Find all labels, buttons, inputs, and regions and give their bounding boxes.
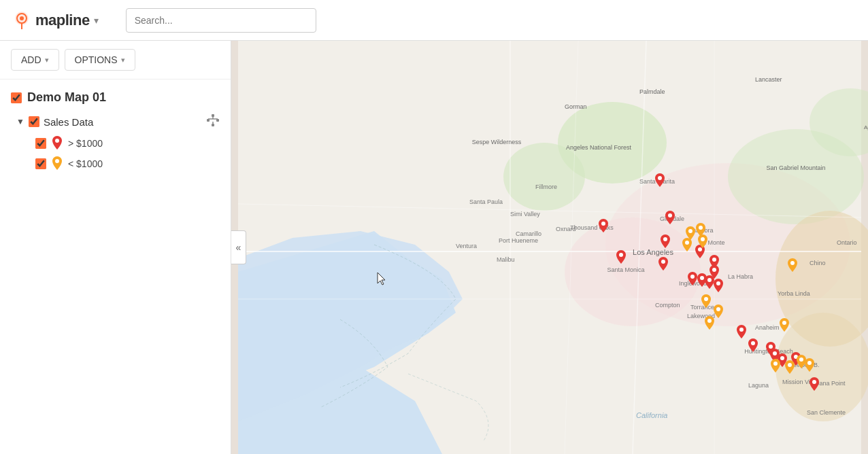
svg-point-95 — [699, 226, 703, 230]
collapse-sidebar-button[interactable]: « — [231, 230, 246, 264]
svg-point-77 — [601, 222, 605, 226]
svg-text:Ventura: Ventura — [456, 243, 477, 249]
svg-point-90 — [769, 345, 773, 349]
logo-dropdown-icon[interactable]: ▾ — [94, 15, 99, 26]
svg-point-2 — [20, 16, 24, 20]
map-container[interactable]: « — [231, 41, 868, 454]
svg-text:Gorman: Gorman — [565, 103, 587, 110]
sidebar-content: Demo Map 01 ▼ Sales Data — [0, 80, 231, 454]
pin-icon-yellow — [52, 156, 63, 171]
svg-text:Fillmore: Fillmore — [535, 184, 557, 190]
svg-point-88 — [739, 328, 744, 332]
layer-group: ▼ Sales Data — [16, 114, 220, 171]
svg-text:Torrance: Torrance — [690, 304, 714, 311]
svg-point-81 — [698, 247, 702, 251]
svg-text:Angeles National Forest: Angeles National Forest — [566, 144, 632, 151]
svg-point-87 — [690, 275, 695, 279]
legend-checkbox-gt1000[interactable] — [35, 138, 46, 149]
svg-rect-4 — [212, 114, 214, 117]
svg-point-96 — [688, 229, 692, 233]
svg-text:Santa Paula: Santa Paula — [469, 198, 503, 205]
sidebar-toolbar: ADD ▾ OPTIONS ▾ — [0, 41, 231, 80]
svg-text:Lancaster: Lancaster — [755, 76, 782, 83]
svg-point-105 — [773, 362, 778, 366]
layer-checkbox[interactable] — [29, 116, 39, 127]
add-caret: ▾ — [45, 56, 49, 65]
layer-header: ▼ Sales Data — [16, 114, 220, 129]
legend-item-gt1000: > $1000 — [35, 136, 220, 151]
legend-label-lt1000: < $1000 — [68, 158, 103, 169]
svg-point-82 — [712, 258, 716, 262]
svg-point-80 — [661, 260, 665, 264]
svg-point-92 — [780, 356, 784, 360]
svg-text:Los Angeles: Los Angeles — [633, 248, 673, 256]
svg-text:Malibu: Malibu — [497, 256, 515, 263]
sidebar: ADD ▾ OPTIONS ▾ Demo Map 01 ▼ Sales Data — [0, 41, 231, 454]
layer-expand-icon[interactable]: ▼ — [16, 117, 24, 126]
svg-text:Yorba Linda: Yorba Linda — [778, 290, 810, 297]
add-button[interactable]: ADD ▾ — [11, 49, 59, 71]
legend-items: > $1000 < $1000 — [35, 136, 220, 171]
svg-text:Chino: Chino — [809, 260, 826, 266]
svg-point-84 — [707, 278, 712, 282]
map-svg: Los Angeles Thousand Oaks Santa Clarita … — [231, 41, 868, 454]
hierarchy-icon[interactable] — [206, 114, 220, 129]
svg-text:San Clemente: San Clemente — [807, 409, 846, 416]
svg-point-107 — [799, 357, 803, 362]
collapse-icon: « — [236, 242, 241, 253]
options-caret: ▾ — [121, 56, 125, 65]
svg-point-108 — [807, 361, 812, 365]
svg-text:Apple Valley: Apple Valley — [864, 124, 868, 130]
svg-point-97 — [701, 237, 705, 241]
svg-text:Laguna: Laguna — [748, 382, 769, 389]
svg-text:Sespe Wilderness: Sespe Wilderness — [472, 139, 522, 145]
svg-point-104 — [782, 321, 786, 325]
legend-label-gt1000: > $1000 — [68, 138, 103, 149]
legend-item-lt1000: < $1000 — [35, 156, 220, 171]
logo-area: mapline ▾ — [11, 10, 99, 31]
svg-point-86 — [700, 276, 704, 280]
logo-text: mapline — [35, 12, 90, 29]
svg-text:Simi Valley: Simi Valley — [510, 211, 540, 217]
svg-text:Ontario: Ontario — [837, 239, 857, 246]
options-button[interactable]: OPTIONS ▾ — [65, 49, 135, 71]
svg-point-91 — [773, 351, 777, 355]
svg-point-98 — [685, 241, 689, 245]
main-layout: ADD ▾ OPTIONS ▾ Demo Map 01 ▼ Sales Data — [0, 41, 868, 454]
svg-text:Anaheim: Anaheim — [755, 324, 780, 331]
map-title: Demo Map 01 — [27, 90, 106, 105]
pin-icon-red — [52, 136, 63, 151]
svg-text:Port Hueneme: Port Hueneme — [499, 237, 538, 244]
svg-text:La Habra: La Habra — [728, 273, 753, 280]
map-checkbox[interactable] — [11, 92, 22, 103]
legend-checkbox-lt1000[interactable] — [35, 158, 46, 169]
svg-text:Dana Point: Dana Point — [815, 380, 846, 387]
svg-rect-7 — [212, 124, 214, 126]
svg-text:Oxnard: Oxnard — [556, 226, 576, 232]
svg-point-13 — [55, 159, 59, 163]
svg-text:Compton: Compton — [655, 302, 680, 309]
search-input[interactable] — [126, 8, 316, 33]
svg-point-102 — [716, 307, 720, 311]
svg-point-99 — [790, 261, 795, 265]
svg-point-94 — [812, 380, 816, 384]
header: mapline ▾ — [0, 0, 868, 41]
svg-text:Santa Monica: Santa Monica — [607, 266, 644, 273]
svg-point-101 — [707, 319, 712, 323]
svg-point-75 — [658, 176, 662, 180]
svg-point-89 — [751, 341, 755, 345]
svg-point-103 — [704, 297, 708, 301]
svg-point-106 — [788, 363, 792, 367]
svg-point-79 — [663, 237, 667, 241]
svg-point-76 — [668, 213, 672, 217]
add-label: ADD — [21, 54, 41, 65]
logo-icon — [11, 10, 33, 31]
svg-point-85 — [716, 281, 720, 285]
options-label: OPTIONS — [75, 54, 118, 65]
svg-point-12 — [55, 139, 59, 143]
map-title-row: Demo Map 01 — [11, 90, 220, 105]
svg-text:California: California — [636, 411, 667, 419]
svg-text:San Gabriel Mountain: San Gabriel Mountain — [766, 164, 825, 171]
svg-text:Camarillo: Camarillo — [516, 230, 541, 237]
svg-text:Palmdale: Palmdale — [639, 88, 665, 95]
